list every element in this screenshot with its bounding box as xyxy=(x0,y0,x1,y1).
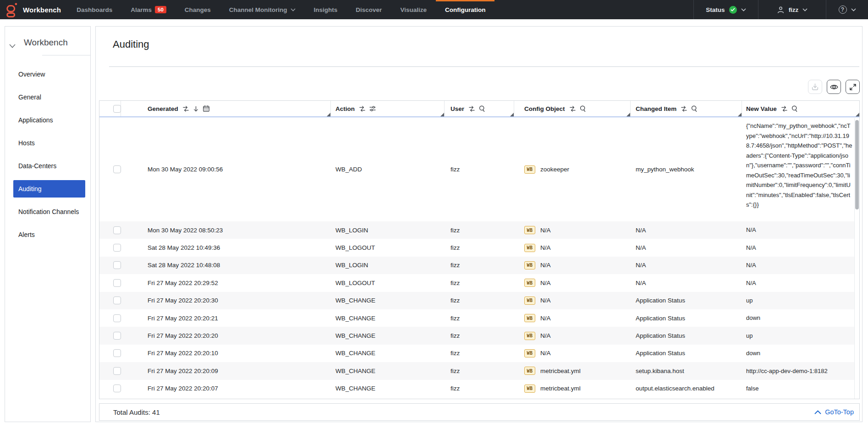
table-row[interactable]: Fri 27 May 2022 20:20:21 WB_CHANGE fizz … xyxy=(99,309,859,327)
expand-button[interactable] xyxy=(846,80,860,94)
main-menu: Dashboards Alarms 50 Changes Channel Mon… xyxy=(67,0,494,19)
sidebar-item-label: Data-Centers xyxy=(18,162,56,170)
pin-column-icon[interactable] xyxy=(182,105,189,112)
nav-item[interactable]: Changes xyxy=(176,0,220,19)
row-checkbox[interactable] xyxy=(113,314,121,322)
table-row[interactable]: Sat 28 May 2022 10:48:08 WB_LOGIN fizz W… xyxy=(99,257,859,274)
wb-badge: WB xyxy=(524,261,535,269)
nav-item[interactable]: Dashboards xyxy=(67,0,121,19)
row-checkbox[interactable] xyxy=(113,261,121,269)
action-cell: WB_CHANGE xyxy=(331,362,445,379)
nav-item[interactable]: Discover xyxy=(346,0,391,19)
row-checkbox[interactable] xyxy=(113,279,121,287)
search-icon[interactable] xyxy=(579,105,587,112)
column-label: New Value xyxy=(746,105,777,112)
config-object-cell: N/A xyxy=(540,227,551,234)
header-cell-user[interactable]: User xyxy=(445,101,514,116)
collapse-chevron-icon[interactable] xyxy=(9,44,16,48)
changed-item-cell: Application Status xyxy=(631,345,742,362)
help-menu[interactable]: ? xyxy=(826,0,868,19)
nav-item[interactable]: Channel Monitoring xyxy=(220,0,305,19)
generated-cell: Sat 28 May 2022 10:48:08 xyxy=(121,257,331,274)
user-icon xyxy=(777,6,785,14)
sidebar-item[interactable]: Hosts xyxy=(13,134,85,152)
pin-column-icon[interactable] xyxy=(681,105,687,112)
wb-badge: WB xyxy=(524,332,535,340)
pin-column-icon[interactable] xyxy=(359,105,366,112)
sidebar-divider xyxy=(42,55,90,55)
user-cell: fizz xyxy=(445,274,514,291)
new-value-cell: up xyxy=(742,292,859,309)
action-cell: WB_LOGIN xyxy=(331,221,445,239)
sidebar-item[interactable]: Alerts xyxy=(13,226,85,243)
sidebar-item[interactable]: Overview xyxy=(13,66,85,83)
generated-cell: Fri 27 May 2022 20:20:07 xyxy=(121,380,331,397)
sidebar-item[interactable]: Data-Centers xyxy=(13,157,85,175)
row-checkbox[interactable] xyxy=(113,332,121,340)
sidebar-item-label: General xyxy=(18,93,41,101)
sidebar-item[interactable]: General xyxy=(13,88,85,106)
row-checkbox[interactable] xyxy=(113,165,121,173)
wb-badge: WB xyxy=(524,279,535,287)
brand[interactable]: Workbench xyxy=(0,0,61,19)
sort-descending-icon[interactable] xyxy=(192,105,199,112)
calendar-filter-icon[interactable] xyxy=(203,105,210,112)
user-menu[interactable]: fizz xyxy=(758,0,826,19)
sidebar-item[interactable]: Notification Channels xyxy=(13,203,85,220)
nav-item[interactable]: Configuration xyxy=(436,0,494,19)
header-cell-new-value[interactable]: New Value xyxy=(742,101,859,116)
search-icon[interactable] xyxy=(478,105,486,112)
row-checkbox[interactable] xyxy=(113,226,121,234)
status-menu[interactable]: Status xyxy=(693,0,758,19)
nav-item[interactable]: Visualize xyxy=(391,0,436,19)
search-icon[interactable] xyxy=(791,105,798,112)
table-row[interactable]: Mon 30 May 2022 09:00:56 WB_ADD fizz WB … xyxy=(99,117,859,221)
status-label: Status xyxy=(706,6,725,13)
pin-column-icon[interactable] xyxy=(468,105,475,112)
row-checkbox[interactable] xyxy=(113,244,121,252)
nav-item[interactable]: Insights xyxy=(305,0,347,19)
table-row[interactable]: Mon 30 May 2022 08:50:23 WB_LOGIN fizz W… xyxy=(99,221,859,239)
config-object-cell: N/A xyxy=(540,350,551,357)
header-cell-config-object[interactable]: Config Object xyxy=(514,101,631,116)
table-row[interactable]: Fri 27 May 2022 20:20:20 WB_CHANGE fizz … xyxy=(99,327,859,344)
table-row[interactable]: Fri 27 May 2022 20:20:09 WB_CHANGE fizz … xyxy=(99,362,859,379)
show-hide-columns-button[interactable] xyxy=(827,80,841,94)
table-row[interactable]: Fri 27 May 2022 20:20:30 WB_CHANGE fizz … xyxy=(99,292,859,309)
header-cell-generated[interactable]: Generated xyxy=(121,101,331,116)
sidebar-item[interactable]: Auditing xyxy=(13,180,85,198)
new-value-cell: N/A xyxy=(742,257,859,274)
table-header: Generated Action User Conf xyxy=(99,101,859,117)
pin-column-icon[interactable] xyxy=(781,105,788,112)
user-cell: fizz xyxy=(445,221,514,239)
nav-item[interactable]: Alarms 50 xyxy=(121,0,176,19)
generated-cell: Fri 27 May 2022 20:20:09 xyxy=(121,362,331,379)
row-checkbox[interactable] xyxy=(113,349,121,357)
goto-top-link[interactable]: GoTo-Top xyxy=(814,408,854,416)
nav-item-label: Configuration xyxy=(445,6,485,13)
action-cell: WB_CHANGE xyxy=(331,345,445,362)
pin-column-icon[interactable] xyxy=(569,105,576,112)
table-row[interactable]: Fri 27 May 2022 20:29:52 WB_LOGOUT fizz … xyxy=(99,274,859,291)
select-all-checkbox[interactable] xyxy=(113,105,121,113)
row-checkbox[interactable] xyxy=(113,367,121,375)
sidebar-item-label: Overview xyxy=(18,71,45,78)
total-audits: Total Audits: 41 xyxy=(113,408,160,416)
table-scrollbar-thumb[interactable] xyxy=(855,120,859,209)
export-button xyxy=(808,80,822,94)
sidebar-item[interactable]: Applications xyxy=(13,111,85,129)
search-icon[interactable] xyxy=(691,105,698,112)
changed-item-cell: N/A xyxy=(631,221,742,239)
header-cell-changed-item[interactable]: Changed Item xyxy=(631,101,742,116)
wb-badge: WB xyxy=(524,349,535,357)
header-cell-action[interactable]: Action xyxy=(331,101,445,116)
row-checkbox[interactable] xyxy=(113,385,121,392)
nav-item-label: Discover xyxy=(356,6,382,13)
row-checkbox[interactable] xyxy=(113,297,121,304)
filter-options-icon[interactable] xyxy=(369,105,376,112)
table-row[interactable]: Fri 27 May 2022 20:20:07 WB_CHANGE fizz … xyxy=(99,380,859,397)
action-cell: WB_CHANGE xyxy=(331,309,445,327)
table-row[interactable]: Sat 28 May 2022 10:49:36 WB_LOGOUT fizz … xyxy=(99,239,859,256)
nav-item-label: Changes xyxy=(185,6,211,13)
table-row[interactable]: Fri 27 May 2022 20:20:10 WB_CHANGE fizz … xyxy=(99,345,859,362)
